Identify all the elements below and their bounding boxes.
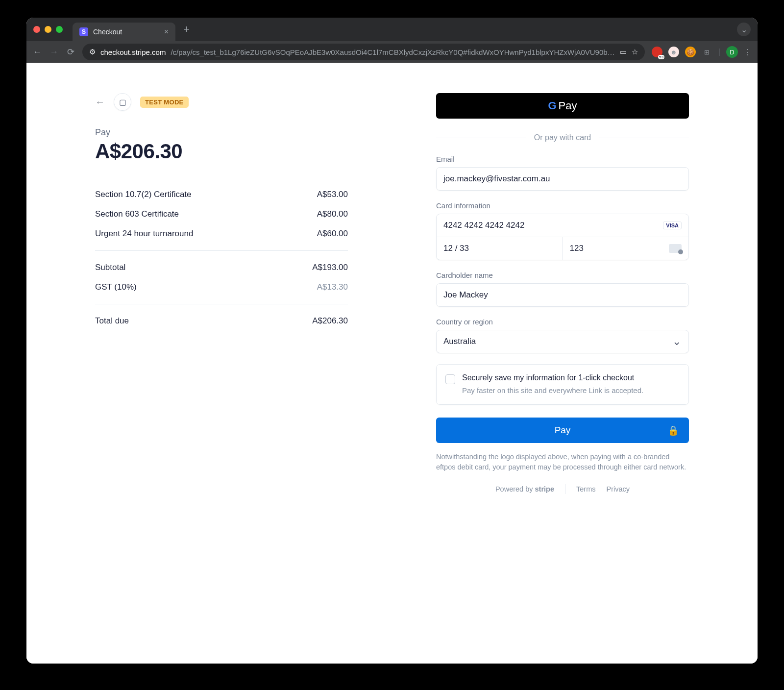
close-window-button[interactable]: [33, 26, 40, 33]
card-cvc-value: 123: [570, 244, 584, 253]
extensions-puzzle-icon[interactable]: ⊞: [702, 47, 712, 57]
test-mode-badge: TEST MODE: [140, 97, 189, 108]
stripe-logo: stripe: [535, 485, 555, 493]
or-label: Or pay with card: [534, 133, 591, 142]
tab-overflow-button[interactable]: ⌄: [737, 23, 751, 36]
save-info-checkbox[interactable]: [445, 374, 455, 384]
line-items: Section 10.7(2) Certificate A$53.00 Sect…: [95, 185, 348, 331]
forward-button[interactable]: →: [49, 47, 59, 57]
total-value: A$206.30: [312, 316, 348, 326]
line-item: Urgent 24 hour turnaround A$60.00: [95, 224, 348, 244]
eftpos-disclaimer: Notwithstanding the logo displayed above…: [436, 452, 689, 472]
or-divider: Or pay with card: [436, 133, 689, 142]
line-item-label: Section 10.7(2) Certificate: [95, 190, 192, 199]
url-domain: checkout.stripe.com: [100, 48, 166, 56]
cvc-icon: [669, 244, 682, 253]
url-path: /c/pay/cs_test_b1Lg76ieZUtG6vSOqPEoAJbE3…: [171, 48, 614, 56]
total-label: Total due: [95, 316, 129, 326]
tax-value: A$13.30: [317, 282, 348, 292]
traffic-lights: [33, 26, 63, 33]
order-summary-pane: ← ▢ TEST MODE Pay A$206.30 Section 10.7(…: [26, 63, 392, 664]
save-info-title: Securely save my information for 1-click…: [462, 373, 643, 382]
total-amount: A$206.30: [95, 140, 348, 163]
pay-label: Pay: [95, 127, 348, 138]
email-input[interactable]: joe.mackey@fivestar.com.au: [436, 167, 689, 191]
card-number-value: 4242 4242 4242 4242: [443, 221, 524, 230]
total-row: Total due A$206.30: [95, 311, 348, 331]
card-input-group: 4242 4242 4242 4242 VISA 12 / 33 123: [436, 214, 689, 260]
pay-button-label: Pay: [555, 425, 571, 436]
line-item-label: Section 603 Certificate: [95, 209, 179, 219]
terms-link[interactable]: Terms: [576, 485, 595, 493]
back-button[interactable]: ←: [32, 47, 42, 57]
stripe-favicon: S: [79, 27, 88, 36]
country-select[interactable]: Australia: [436, 330, 689, 353]
site-info-icon[interactable]: ⚙: [89, 48, 96, 56]
payment-methods-icon[interactable]: ▭: [620, 48, 627, 56]
powered-by: Powered by stripe: [495, 485, 554, 493]
line-item-price: A$53.00: [317, 190, 348, 199]
card-number-input[interactable]: 4242 4242 4242 4242 VISA: [437, 214, 688, 237]
tax-label: GST (10%): [95, 282, 137, 292]
pane-divider: [392, 63, 392, 664]
extension-icon-1[interactable]: [652, 47, 662, 57]
lock-icon: 🔒: [667, 425, 679, 436]
profile-avatar[interactable]: D: [726, 46, 738, 58]
subtotal-row: Subtotal A$193.00: [95, 258, 348, 277]
address-bar: ← → ⟳ ⚙ checkout.stripe.com /c/pay/cs_te…: [26, 41, 758, 63]
card-expiry-input[interactable]: 12 / 33: [437, 237, 563, 260]
privacy-link[interactable]: Privacy: [607, 485, 630, 493]
line-item-price: A$60.00: [317, 229, 348, 239]
country-label: Country or region: [436, 318, 689, 326]
toolbar-icons: ☻ 🍪 ⊞ | D ⋮: [652, 46, 752, 58]
email-label: Email: [436, 155, 689, 163]
subtotal-value: A$193.00: [312, 263, 348, 272]
bookmark-icon[interactable]: ☆: [632, 48, 638, 56]
cardholder-name-label: Cardholder name: [436, 271, 689, 279]
line-item-price: A$80.00: [317, 209, 348, 219]
reload-button[interactable]: ⟳: [66, 47, 75, 57]
tax-row: GST (10%) A$13.30: [95, 277, 348, 297]
extension-icon-2[interactable]: ☻: [668, 47, 679, 57]
pay-button[interactable]: Pay 🔒: [436, 418, 689, 443]
browser-window: S Checkout × + ⌄ ← → ⟳ ⚙ checkout.stripe…: [26, 18, 758, 664]
url-bar[interactable]: ⚙ checkout.stripe.com /c/pay/cs_test_b1L…: [82, 44, 645, 60]
browser-menu-icon[interactable]: ⋮: [744, 48, 752, 57]
new-tab-button[interactable]: +: [179, 23, 194, 36]
google-pay-button[interactable]: G Pay: [436, 93, 689, 119]
extension-icon-3[interactable]: 🍪: [685, 47, 696, 57]
tab-title: Checkout: [93, 28, 122, 36]
checkout-page: ← ▢ TEST MODE Pay A$206.30 Section 10.7(…: [26, 63, 758, 664]
maximize-window-button[interactable]: [56, 26, 63, 33]
google-logo-icon: G: [548, 99, 556, 112]
gpay-label: Pay: [559, 99, 577, 112]
cardholder-name-input[interactable]: Joe Mackey: [436, 283, 689, 307]
browser-tab[interactable]: S Checkout ×: [73, 23, 175, 41]
line-item: Section 603 Certificate A$80.00: [95, 204, 348, 224]
save-info-box[interactable]: Securely save my information for 1-click…: [436, 364, 689, 405]
tab-close-button[interactable]: ×: [164, 27, 169, 36]
payment-form-pane: G Pay Or pay with card Email joe.mackey@…: [392, 63, 758, 664]
card-cvc-input[interactable]: 123: [563, 237, 689, 260]
merchant-icon: ▢: [114, 93, 131, 111]
footer: Powered by stripe Terms Privacy: [436, 484, 689, 494]
line-item: Section 10.7(2) Certificate A$53.00: [95, 185, 348, 204]
line-item-label: Urgent 24 hour turnaround: [95, 229, 193, 239]
back-arrow-icon[interactable]: ←: [95, 97, 105, 108]
card-brand-badge: VISA: [663, 222, 682, 229]
subtotal-label: Subtotal: [95, 263, 125, 272]
card-expiry-value: 12 / 33: [443, 244, 469, 253]
save-info-subtitle: Pay faster on this site and everywhere L…: [462, 385, 643, 395]
tab-bar: S Checkout × + ⌄: [26, 18, 758, 41]
minimize-window-button[interactable]: [45, 26, 51, 33]
card-info-label: Card information: [436, 201, 689, 210]
